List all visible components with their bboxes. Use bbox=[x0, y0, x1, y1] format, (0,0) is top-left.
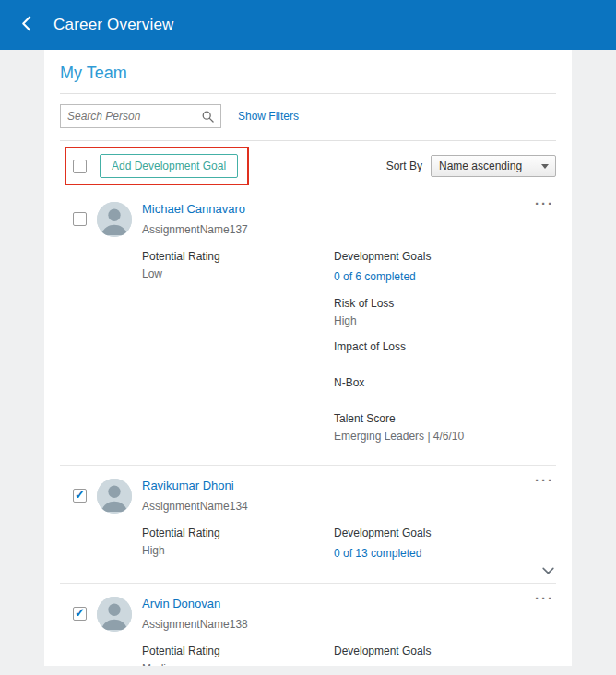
potential-rating-value: High bbox=[142, 544, 334, 557]
person-icon bbox=[97, 479, 132, 514]
member-assignment: AssignmentName137 bbox=[142, 223, 543, 236]
app-header: Career Overview bbox=[0, 0, 616, 50]
member-details: Michael Cannavaro AssignmentName137 Pote… bbox=[142, 200, 543, 456]
impact-of-loss-label: Impact of Loss bbox=[334, 340, 543, 353]
overflow-menu-button[interactable]: ··· bbox=[535, 591, 554, 605]
risk-of-loss-value: High bbox=[334, 314, 543, 327]
search-box bbox=[60, 104, 221, 128]
member-fields: Potential Rating Low Development Goals 0… bbox=[142, 250, 543, 456]
sort-select-wrap: Name ascending bbox=[431, 155, 556, 177]
development-goals-label: Development Goals bbox=[334, 645, 543, 657]
member-assignment: AssignmentName134 bbox=[142, 500, 543, 513]
sort-area: Sort By Name ascending bbox=[386, 155, 556, 177]
person-icon bbox=[97, 202, 132, 237]
member-assignment: AssignmentName138 bbox=[142, 618, 543, 631]
n-box-value bbox=[334, 394, 543, 399]
search-row: Show Filters bbox=[60, 94, 556, 141]
member-fields: Potential Rating Medium Development Goal… bbox=[142, 645, 543, 666]
chevron-down-icon[interactable] bbox=[542, 567, 554, 574]
team-member-row: Arvin Donovan AssignmentName138 Potentia… bbox=[60, 584, 556, 666]
action-row: Add Development Goal Sort By Name ascend… bbox=[60, 141, 556, 189]
member-checkbox[interactable] bbox=[73, 212, 87, 226]
member-name-link[interactable]: Arvin Donovan bbox=[142, 597, 220, 610]
potential-rating-value: Low bbox=[142, 267, 334, 280]
person-icon bbox=[97, 597, 132, 632]
avatar bbox=[97, 479, 132, 514]
risk-of-loss-label: Risk of Loss bbox=[334, 297, 543, 310]
show-filters-link[interactable]: Show Filters bbox=[238, 110, 299, 123]
content-card: My Team Show Filters Add Development Goa… bbox=[44, 50, 572, 666]
potential-rating-label: Potential Rating bbox=[142, 250, 334, 263]
avatar bbox=[97, 202, 132, 237]
potential-rating-label: Potential Rating bbox=[142, 645, 334, 657]
potential-rating-value: Medium bbox=[142, 662, 334, 666]
development-goals-link[interactable]: 0 of 13 completed bbox=[334, 547, 421, 560]
chevron-left-icon bbox=[19, 16, 35, 35]
development-goals-label: Development Goals bbox=[334, 250, 543, 263]
member-details: Arvin Donovan AssignmentName138 Potentia… bbox=[142, 595, 543, 666]
sort-by-label: Sort By bbox=[386, 160, 422, 172]
overflow-menu-button[interactable]: ··· bbox=[535, 196, 554, 210]
add-goal-group: Add Development Goal bbox=[73, 154, 238, 178]
section-title: My Team bbox=[60, 50, 556, 93]
overflow-menu-button[interactable]: ··· bbox=[535, 473, 554, 487]
search-icon[interactable] bbox=[202, 111, 214, 123]
team-member-row: Ravikumar Dhoni AssignmentName134 Potent… bbox=[60, 466, 556, 584]
development-goals-link[interactable]: 0 of 6 completed bbox=[334, 665, 416, 666]
page-title: Career Overview bbox=[53, 16, 174, 34]
avatar bbox=[97, 597, 132, 632]
development-goals-label: Development Goals bbox=[334, 527, 543, 539]
team-member-row: Michael Cannavaro AssignmentName137 Pote… bbox=[60, 189, 556, 466]
member-checkbox[interactable] bbox=[73, 489, 87, 503]
select-all-checkbox[interactable] bbox=[73, 160, 87, 173]
member-fields: Potential Rating High Development Goals … bbox=[142, 527, 543, 574]
member-details: Ravikumar Dhoni AssignmentName134 Potent… bbox=[142, 477, 543, 574]
member-name-link[interactable]: Michael Cannavaro bbox=[142, 202, 245, 216]
member-name-link[interactable]: Ravikumar Dhoni bbox=[142, 479, 234, 492]
search-input[interactable] bbox=[67, 110, 202, 123]
development-goals-link[interactable]: 0 of 6 completed bbox=[334, 270, 416, 283]
sort-select[interactable]: Name ascending bbox=[431, 155, 556, 177]
potential-rating-label: Potential Rating bbox=[142, 527, 334, 539]
talent-score-value: Emerging Leaders | 4/6/10 bbox=[334, 430, 543, 443]
member-checkbox[interactable] bbox=[73, 607, 87, 621]
add-development-goal-button[interactable]: Add Development Goal bbox=[100, 154, 238, 178]
n-box-label: N-Box bbox=[334, 376, 543, 389]
impact-of-loss-value bbox=[334, 358, 543, 363]
talent-score-label: Talent Score bbox=[334, 412, 543, 425]
back-button[interactable] bbox=[13, 11, 41, 39]
